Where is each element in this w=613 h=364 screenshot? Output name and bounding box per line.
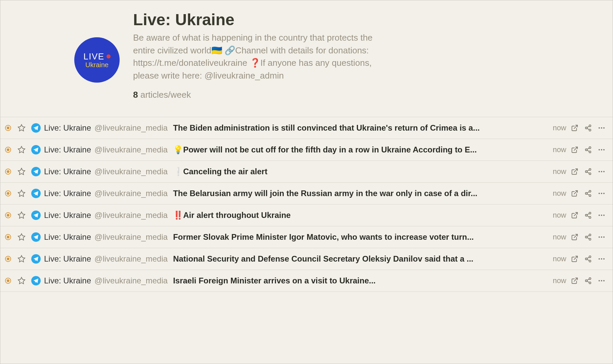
open-external-button[interactable] [570, 255, 580, 263]
channel-avatar: LIVE Ukraine [74, 37, 120, 83]
article-row[interactable]: Live: Ukraine @liveukraine_media ❕Cancel… [0, 161, 613, 183]
article-time: now [553, 211, 566, 220]
article-time: now [553, 145, 566, 154]
star-button[interactable] [16, 168, 27, 176]
svg-point-64 [601, 236, 602, 238]
svg-line-84 [587, 279, 589, 280]
share-button[interactable] [583, 212, 593, 219]
star-button[interactable] [16, 189, 27, 197]
article-row[interactable]: Live: Ukraine @liveukraine_media Israeli… [0, 270, 613, 292]
star-icon [17, 277, 26, 285]
article-row[interactable]: Live: Ukraine @liveukraine_media The Bel… [0, 183, 613, 204]
article-headline[interactable]: 💡Power will not be cut off for the fifth… [173, 145, 546, 154]
svg-point-10 [603, 127, 605, 129]
share-icon [584, 168, 592, 175]
open-external-button[interactable] [570, 168, 580, 175]
open-external-button[interactable] [570, 233, 580, 241]
star-button[interactable] [16, 146, 27, 154]
open-external-button[interactable] [570, 212, 580, 219]
share-button[interactable] [583, 277, 593, 284]
article-headline[interactable]: Former Slovak Prime Minister Igor Matovi… [173, 232, 546, 242]
svg-point-43 [603, 193, 605, 194]
article-row[interactable]: Live: Ukraine @liveukraine_media Nationa… [0, 248, 613, 270]
more-button[interactable] [597, 211, 607, 219]
more-horizontal-icon [598, 277, 606, 285]
svg-marker-44 [18, 212, 25, 218]
more-button[interactable] [597, 146, 607, 154]
open-external-button[interactable] [570, 277, 580, 284]
share-button[interactable] [583, 233, 593, 241]
open-external-button[interactable] [570, 146, 580, 153]
open-external-button[interactable] [570, 124, 580, 132]
more-button[interactable] [597, 168, 607, 176]
unread-indicator-icon[interactable] [5, 147, 11, 153]
svg-line-18 [587, 148, 589, 149]
star-button[interactable] [16, 277, 27, 285]
more-button[interactable] [597, 189, 607, 197]
article-row[interactable]: Live: Ukraine @liveukraine_media Former … [0, 226, 613, 248]
source-handle: @liveukraine_media [94, 211, 168, 220]
svg-line-62 [587, 235, 589, 237]
svg-line-28 [587, 172, 589, 173]
open-external-button[interactable] [570, 190, 580, 197]
article-headline[interactable]: The Biden administration is still convin… [173, 123, 546, 133]
unread-indicator-icon[interactable] [5, 278, 11, 284]
source-name: Live: Ukraine [44, 254, 91, 264]
more-button[interactable] [597, 277, 607, 285]
more-horizontal-icon [598, 255, 606, 263]
article-headline[interactable]: ‼️Air alert throughout Ukraine [173, 211, 546, 220]
avatar-text-2: Ukraine [85, 61, 109, 69]
svg-line-83 [587, 281, 589, 282]
share-button[interactable] [583, 190, 593, 197]
star-button[interactable] [16, 255, 27, 263]
source-name: Live: Ukraine [44, 189, 91, 198]
star-button[interactable] [16, 233, 27, 241]
share-button[interactable] [583, 255, 593, 263]
svg-point-87 [603, 280, 605, 281]
svg-line-29 [587, 170, 589, 171]
article-row[interactable]: Live: Ukraine @liveukraine_media The Bid… [0, 117, 613, 139]
svg-point-41 [599, 193, 600, 194]
unread-indicator-icon[interactable] [5, 190, 11, 196]
article-headline[interactable]: ❕Canceling the air alert [173, 167, 546, 176]
share-button[interactable] [583, 168, 593, 175]
article-headline[interactable]: The Belarusian army will join the Russia… [173, 189, 546, 198]
unread-indicator-icon[interactable] [5, 256, 11, 262]
share-icon [584, 124, 592, 132]
article-time: now [553, 124, 566, 132]
star-button[interactable] [16, 124, 27, 132]
share-button[interactable] [583, 124, 593, 132]
share-icon [584, 277, 592, 284]
external-link-icon [571, 168, 578, 175]
article-row[interactable]: Live: Ukraine @liveukraine_media ‼️Air a… [0, 204, 613, 226]
article-feed: Live: Ukraine @liveukraine_media The Bid… [0, 117, 613, 292]
svg-point-32 [603, 171, 605, 172]
article-headline[interactable]: National Security and Defense Council Se… [173, 254, 546, 264]
more-button[interactable] [597, 124, 607, 132]
more-button[interactable] [597, 255, 607, 263]
svg-point-53 [601, 215, 602, 216]
svg-marker-11 [18, 146, 25, 153]
stat-count: 8 [133, 90, 138, 100]
unread-indicator-icon[interactable] [5, 125, 11, 131]
source-name: Live: Ukraine [44, 276, 91, 285]
star-button[interactable] [16, 211, 27, 219]
star-icon [17, 146, 26, 154]
article-row[interactable]: Live: Ukraine @liveukraine_media 💡Power … [0, 139, 613, 161]
svg-point-42 [601, 193, 602, 194]
stat-label: articles/week [140, 90, 191, 100]
telegram-icon [31, 167, 41, 176]
unread-indicator-icon[interactable] [5, 212, 11, 218]
unread-indicator-icon[interactable] [5, 234, 11, 240]
svg-point-30 [599, 171, 600, 172]
article-headline[interactable]: Israeli Foreign Minister arrives on a vi… [173, 276, 546, 285]
share-button[interactable] [583, 146, 593, 153]
channel-stats: 8 articles/week [133, 90, 375, 100]
unread-indicator-icon[interactable] [5, 169, 11, 175]
source-handle: @liveukraine_media [94, 123, 168, 133]
more-button[interactable] [597, 233, 607, 241]
source-handle: @liveukraine_media [94, 189, 168, 198]
feed-header: LIVE Ukraine Live: Ukraine Be aware of w… [0, 0, 613, 117]
star-icon [17, 211, 26, 219]
telegram-icon [31, 276, 41, 285]
